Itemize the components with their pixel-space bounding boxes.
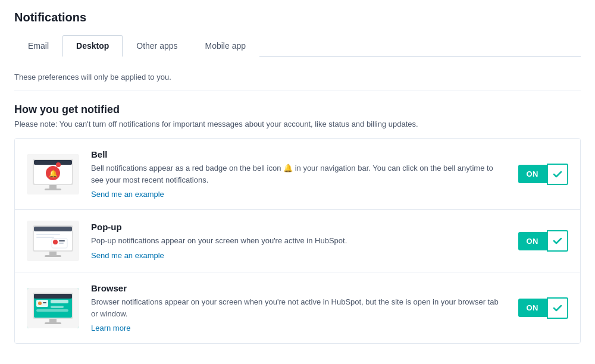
browser-illustration: [27, 288, 79, 328]
svg-rect-32: [45, 322, 61, 324]
popup-toggle[interactable]: ON: [518, 230, 569, 252]
svg-rect-27: [43, 302, 46, 303]
bell-link[interactable]: Send me an example: [91, 190, 164, 199]
popup-link[interactable]: Send me an example: [91, 251, 164, 260]
svg-rect-14: [36, 237, 54, 238]
browser-link[interactable]: Learn more: [91, 324, 130, 332]
preferences-note: These preferences will only be applied t…: [14, 67, 581, 90]
section-title: How you get notified: [14, 103, 581, 116]
popup-desc: Pop-up notifications appear on your scre…: [91, 235, 506, 247]
bell-toggle-button[interactable]: ON: [518, 165, 547, 183]
svg-rect-12: [34, 227, 72, 231]
bell-desc: Bell notifications appear as a red badge…: [91, 162, 506, 186]
svg-point-16: [53, 240, 58, 244]
svg-point-26: [38, 302, 42, 305]
svg-rect-18: [59, 243, 64, 244]
svg-rect-17: [59, 240, 65, 241]
svg-rect-24: [34, 294, 72, 299]
page-title: Notifications: [14, 11, 581, 24]
svg-point-6: [56, 162, 61, 167]
svg-rect-3: [34, 160, 72, 165]
tab-other-apps[interactable]: Other apps: [123, 35, 191, 57]
svg-rect-20: [45, 255, 61, 257]
notification-card-bell: 🔔 Bell Bell notifications appear as a re…: [15, 139, 580, 210]
svg-rect-8: [45, 189, 61, 190]
browser-toggle[interactable]: ON: [518, 297, 569, 319]
tabs-bar: Email Desktop Other apps Mobile app: [14, 35, 581, 57]
browser-desc: Browser notifications appear on your scr…: [91, 296, 506, 319]
notification-card-popup: Pop-up Pop-up notifications appear on yo…: [15, 210, 580, 272]
tab-desktop[interactable]: Desktop: [62, 35, 123, 57]
bell-toggle[interactable]: ON: [518, 164, 569, 185]
svg-rect-19: [49, 252, 57, 255]
tab-email[interactable]: Email: [14, 35, 62, 57]
bell-illustration: 🔔: [27, 154, 79, 194]
notification-card-browser: Browser Browser notifications appear on …: [15, 272, 580, 343]
svg-rect-28: [51, 300, 68, 303]
svg-rect-31: [49, 319, 57, 322]
svg-rect-29: [51, 306, 64, 308]
browser-content: Browser Browser notifications appear on …: [91, 283, 506, 332]
bell-toggle-check[interactable]: [547, 164, 568, 185]
svg-text:🔔: 🔔: [49, 169, 58, 178]
popup-illustration: [27, 221, 79, 261]
tab-mobile-app[interactable]: Mobile app: [192, 35, 260, 57]
popup-toggle-check[interactable]: [547, 230, 568, 252]
svg-rect-30: [36, 309, 68, 312]
notification-cards: 🔔 Bell Bell notifications appear as a re…: [14, 138, 581, 344]
bell-title: Bell: [91, 149, 506, 159]
browser-title: Browser: [91, 283, 506, 293]
section-note: Please note: You can't turn off notifica…: [14, 120, 581, 128]
bell-content: Bell Bell notifications appear as a red …: [91, 149, 506, 199]
browser-toggle-button[interactable]: ON: [518, 299, 547, 317]
popup-toggle-button[interactable]: ON: [518, 232, 547, 250]
popup-content: Pop-up Pop-up notifications appear on yo…: [91, 222, 506, 260]
browser-toggle-check[interactable]: [547, 297, 568, 319]
popup-title: Pop-up: [91, 222, 506, 232]
svg-rect-13: [36, 234, 60, 235]
svg-rect-7: [49, 185, 57, 189]
